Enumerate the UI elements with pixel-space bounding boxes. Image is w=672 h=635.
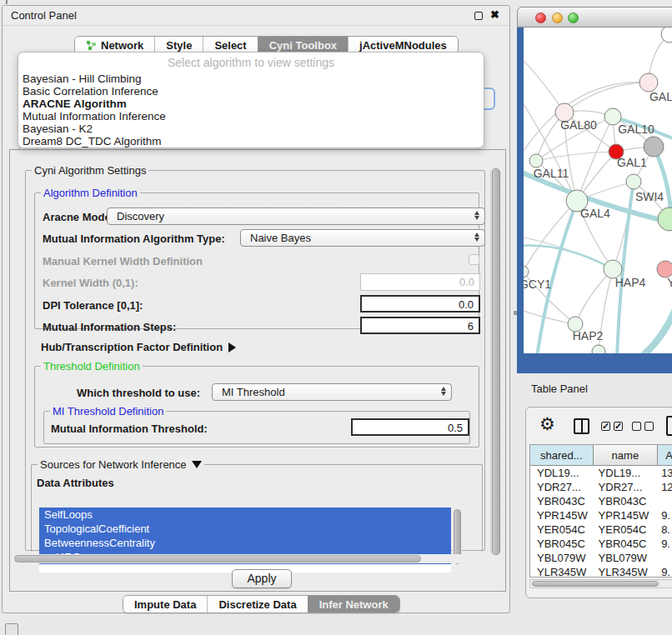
algorithm-option[interactable]: Dream8 DC_TDC Algorithm — [18, 135, 484, 148]
tab-style[interactable]: Style — [154, 37, 203, 53]
table-row[interactable]: YLR345WYLR345W9. — [530, 565, 672, 578]
table-cell: YPR145W — [530, 508, 594, 522]
gear-icon[interactable]: ⚙ — [539, 414, 555, 434]
tab-discretize-data[interactable]: Discretize Data — [207, 596, 307, 612]
table-cell: YBL079W — [594, 551, 659, 565]
unchecked-checkbox-icon[interactable] — [632, 422, 641, 431]
table-horizontal-scrollbar[interactable] — [529, 579, 672, 588]
tab-jactivemnodules[interactable]: jActiveMNodules — [348, 37, 458, 53]
network-node-gal[interactable] — [639, 73, 658, 92]
node-table: shared... name A YDL19...YDL19...13YDR27… — [529, 444, 672, 578]
combo-spinner-icon — [474, 211, 479, 220]
algorithm-option[interactable]: Bayesian - Hill Climbing — [18, 72, 484, 85]
apply-button[interactable]: Apply — [232, 569, 292, 588]
tab-select[interactable]: Select — [203, 37, 257, 53]
table-row[interactable]: YDL19...YDL19...13 — [530, 466, 672, 480]
table-row[interactable]: YER054CYER054C8. — [530, 522, 672, 537]
expand-arrow-icon[interactable] — [228, 342, 236, 352]
mi-type-combo[interactable]: Naive Bayes — [240, 229, 485, 247]
control-panel-window: Control Panel ✖ Network Style Select Cyn… — [2, 5, 510, 613]
table-row[interactable]: YDR27...YDR27...12 — [530, 480, 672, 494]
scrollbar-thumb[interactable] — [14, 555, 421, 562]
hub-definition-expander[interactable]: Hub/Transcription Factor Definition — [41, 341, 236, 353]
which-threshold-combo[interactable]: MI Threshold — [212, 383, 452, 401]
aracne-mode-combo[interactable]: Discovery — [107, 208, 485, 225]
algorithm-option[interactable]: Basic Correlation Inference — [18, 85, 484, 98]
data-attribute-item[interactable]: TopologicalCoefficient — [39, 522, 451, 536]
table-cell: 9. — [658, 537, 672, 551]
tab-network[interactable]: Network — [75, 37, 154, 53]
table-cell: YBR045C — [530, 537, 594, 551]
columns-layout-icon[interactable] — [574, 418, 589, 434]
mi-type-value: Naive Bayes — [250, 232, 311, 244]
mi-threshold-definition-group: MI Threshold Definition Mutual Informati… — [43, 411, 470, 444]
tab-infer-network[interactable]: Infer Network — [308, 596, 399, 612]
table-cell: YBL079W — [530, 551, 594, 565]
network-node-label: Y — [667, 276, 672, 289]
control-panel-titlebar[interactable]: Control Panel ✖ — [3, 6, 509, 26]
network-edge[interactable] — [524, 238, 613, 269]
table-cell: YER054C — [594, 522, 659, 537]
network-view-window: GALGAL80GAL10GAL1GAL11SWI4GAL4HAP4YHAP2G… — [517, 7, 672, 373]
table-row[interactable]: YBR043CYBR043C — [530, 494, 672, 508]
network-node-label: HAP4 — [615, 276, 646, 289]
float-window-icon[interactable] — [474, 12, 483, 20]
kernel-width-field[interactable]: 0.0 — [360, 273, 480, 291]
table-cell: 13 — [658, 466, 672, 480]
network-node[interactable] — [524, 266, 529, 278]
network-edge[interactable] — [524, 201, 577, 272]
table-cell — [658, 494, 672, 508]
network-node[interactable] — [658, 208, 672, 231]
network-edge[interactable] — [575, 269, 613, 324]
settings-horizontal-scrollbar[interactable] — [13, 554, 488, 563]
network-window-titlebar[interactable] — [517, 7, 672, 28]
mac-close-button[interactable] — [535, 12, 546, 23]
column-header-shared-name[interactable]: shared... — [530, 445, 594, 465]
algorithm-option[interactable]: Mutual Information Inference — [18, 110, 484, 122]
screen-edge-fragment — [6, 0, 8, 4]
scrollbar-thumb[interactable] — [532, 581, 659, 587]
checked-checkbox-icon[interactable]: ✓ — [601, 422, 610, 431]
algorithm-option[interactable]: ARACNE Algorithm — [18, 98, 484, 110]
settings-vertical-scrollbar[interactable] — [490, 168, 501, 556]
network-edge[interactable] — [564, 82, 649, 112]
tab-impute-data[interactable]: Impute Data — [123, 596, 207, 612]
checked-checkbox-icon[interactable]: ✓ — [614, 422, 623, 431]
manual-kernel-checkbox[interactable] — [469, 254, 479, 265]
network-node-y[interactable] — [657, 261, 672, 278]
data-attributes-label: Data Attributes — [37, 477, 114, 489]
unchecked-checkbox-icon[interactable] — [644, 422, 654, 431]
network-node[interactable] — [661, 28, 672, 42]
mac-zoom-button[interactable] — [568, 12, 579, 23]
mi-steps-field[interactable]: 6 — [360, 317, 480, 334]
table-cell: 12 — [658, 480, 672, 494]
column-header-name[interactable]: name — [594, 445, 659, 465]
page-icon[interactable] — [666, 416, 672, 436]
table-cell — [658, 551, 672, 565]
scrollbar-thumb[interactable] — [492, 168, 500, 555]
network-node[interactable] — [644, 137, 664, 157]
network-edge[interactable] — [524, 82, 649, 151]
table-row[interactable]: YBR045CYBR045C9. — [530, 537, 672, 551]
close-icon[interactable]: ✖ — [490, 8, 499, 21]
tab-cyni-toolbox[interactable]: Cyni Toolbox — [258, 37, 348, 53]
column-header-partial[interactable]: A — [658, 445, 672, 465]
manual-kernel-label: Manual Kernel Width Definition — [43, 255, 203, 268]
network-node-gal11[interactable] — [529, 154, 543, 168]
collapse-arrow-icon[interactable] — [192, 461, 202, 468]
data-attribute-item[interactable]: BetweennessCentrality — [39, 536, 451, 550]
network-node[interactable] — [592, 345, 605, 353]
mac-minimize-button[interactable] — [552, 12, 563, 23]
network-canvas[interactable]: GALGAL80GAL10GAL1GAL11SWI4GAL4HAP4YHAP2G… — [524, 28, 672, 353]
table-panel-window: ⚙ ✓ ✓ shared... name A YDL19...YDL19...1… — [525, 407, 672, 598]
data-attribute-item[interactable]: SelfLoops — [39, 508, 451, 522]
table-row[interactable]: YPR145WYPR145W9. — [530, 508, 672, 522]
cyni-settings-scrollpane: Cyni Algorithm Settings Algorithm Defini… — [9, 149, 506, 592]
mi-steps-label: Mutual Information Steps: — [43, 321, 176, 333]
table-row[interactable]: YBL079WYBL079W — [530, 551, 672, 565]
network-edge[interactable] — [524, 61, 564, 112]
dpi-tolerance-field[interactable]: 0.0 — [360, 295, 480, 312]
network-node-swi4[interactable] — [626, 174, 641, 189]
mi-threshold-field[interactable]: 0.5 — [351, 418, 469, 436]
algorithm-option[interactable]: Bayesian - K2 — [18, 122, 484, 135]
